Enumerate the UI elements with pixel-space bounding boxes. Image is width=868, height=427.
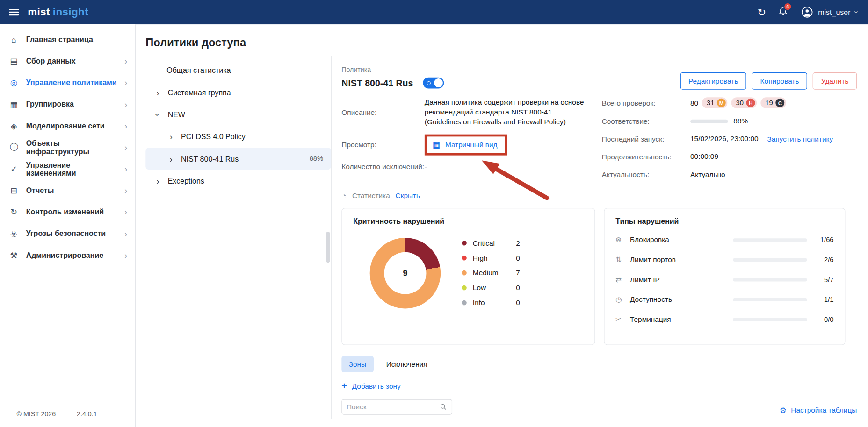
sidebar-item-change-management[interactable]: ✓ Управление изменениями › — [0, 158, 135, 180]
hamburger-menu-icon[interactable] — [9, 9, 19, 15]
legend-value: 0 — [516, 254, 520, 263]
sidebar-item-label: Сбор данных — [26, 57, 117, 65]
legend-value: 0 — [516, 299, 520, 307]
notification-badge: 4 — [783, 2, 792, 11]
critical-dot-icon — [462, 241, 467, 246]
chevron-right-icon: › — [124, 186, 127, 195]
medium-dot-icon — [462, 270, 467, 276]
exceptions-count-row: Количество исключений: - — [341, 162, 592, 172]
delete-button[interactable]: Удалить — [813, 72, 857, 90]
type-value: 5/7 — [815, 276, 833, 284]
sidebar-item-grouping[interactable]: ▦ Группировка › — [0, 93, 135, 115]
chevron-right-icon[interactable]: › — [168, 132, 174, 141]
search-input[interactable] — [347, 403, 440, 411]
details-header: Политика NIST 800-41 Rus Редактировать К… — [341, 66, 857, 90]
sidebar-item-label: Главная страница — [26, 36, 120, 44]
add-zone-label: Добавить зону — [352, 382, 401, 391]
chevron-right-icon: › — [124, 250, 127, 260]
app: mist insight ↻ 4 mist_user › ⌂ — [0, 0, 868, 427]
type-value: 0/0 — [815, 316, 833, 324]
app-logo[interactable]: mist insight — [28, 6, 88, 18]
high-badge: 30 H — [731, 97, 757, 108]
legend-item-medium: Medium 7 — [462, 269, 520, 278]
type-bar — [733, 258, 807, 261]
high-count: 30 — [736, 99, 744, 107]
search-box[interactable] — [341, 399, 452, 414]
critical-severity-icon: C — [776, 99, 785, 107]
type-label: Лимит портов — [630, 256, 733, 264]
tree-item-overall-stats[interactable]: Общая статистика — [145, 59, 331, 81]
table-settings-label: Настройка таблицы — [791, 406, 857, 414]
low-dot-icon — [462, 285, 467, 291]
tree-scrollbar[interactable] — [326, 232, 330, 263]
sidebar-item-data-collection[interactable]: ▤ Сбор данных › — [0, 50, 135, 72]
legend-value: 7 — [516, 269, 520, 278]
duration-label: Продолжительность: — [602, 153, 690, 161]
edit-button[interactable]: Редактировать — [680, 72, 746, 90]
ip-limit-icon: ⇄ — [615, 276, 630, 284]
hide-statistics-link[interactable]: Скрыть — [396, 191, 420, 199]
type-value: 1/66 — [815, 236, 833, 244]
tree-item-nist-policy[interactable]: › NIST 800-41 Rus 88% — [145, 148, 331, 170]
table-settings-button[interactable]: ⚙ Настройка таблицы — [780, 406, 857, 415]
checkmark-icon: ✓ — [9, 164, 19, 174]
legend-item-critical: Critical 2 — [462, 239, 520, 248]
statistics-row: ◔ Статистика Скрыть — [341, 191, 857, 200]
type-row-termination: ✂ Терминация 0/0 — [615, 310, 833, 330]
compliance-value: 88% — [733, 116, 748, 127]
sidebar-item-label: Объекты инфраструктуры — [26, 139, 117, 156]
sidebar-item-reports[interactable]: ⊟ Отчеты › — [0, 180, 135, 201]
legend-label: High — [473, 254, 507, 263]
tab-zones[interactable]: Зоны — [341, 356, 373, 372]
chevron-right-icon[interactable]: › — [154, 88, 161, 97]
sidebar-item-label: Администрирование — [26, 251, 117, 259]
sidebar-item-change-control[interactable]: ↻ Контроль изменений › — [0, 201, 135, 223]
criticality-legend: Critical 2 High 0 — [462, 239, 520, 307]
tree-item-label: PCI DSS 4.0 Policy — [181, 132, 246, 141]
type-label: Лимит IP — [630, 276, 733, 284]
add-zone-button[interactable]: + Добавить зону — [341, 381, 857, 392]
tab-exceptions[interactable]: Исключения — [379, 356, 434, 372]
sidebar-item-label: Отчеты — [26, 186, 117, 195]
user-menu[interactable]: mist_user › — [801, 6, 858, 18]
copy-button[interactable]: Копировать — [752, 72, 807, 90]
legend-value: 2 — [516, 239, 520, 248]
network-icon: ◈ — [9, 121, 19, 131]
tree-item-new-group[interactable]: › NEW — [145, 103, 331, 125]
chevron-right-icon[interactable]: › — [154, 176, 161, 185]
policy-name-row: NIST 800-41 Rus — [341, 78, 444, 89]
legend-label: Low — [473, 284, 507, 292]
info-icon: ⓘ — [9, 142, 19, 152]
compliance-label: Соответствие: — [602, 117, 690, 125]
duration-value: 00:00:09 — [690, 152, 718, 162]
sidebar-item-policy-management[interactable]: ◎ Управление политиками › — [0, 72, 135, 93]
sidebar-item-security-threats[interactable]: ☣ Угрозы безопасности › — [0, 223, 135, 244]
matrix-view-link[interactable]: Матричный вид — [445, 141, 498, 149]
tree-item-pci-dss-policy[interactable]: › PCI DSS 4.0 Policy — — [145, 126, 331, 148]
relevance-value: Актуально — [690, 170, 725, 180]
chevron-right-icon[interactable]: › — [168, 154, 174, 164]
chevron-down-icon[interactable]: › — [153, 111, 162, 118]
logo-mist: mist — [28, 6, 50, 18]
tree-item-system-group[interactable]: › Системная группа — [145, 81, 331, 103]
tree-item-value: — — [316, 133, 331, 141]
sidebar-item-infrastructure-objects[interactable]: ⓘ Объекты инфраструктуры › — [0, 136, 135, 158]
tree-item-exceptions[interactable]: › Exceptions — [145, 170, 331, 192]
sidebar-item-label: Управление изменениями — [26, 161, 117, 178]
sidebar-item-administration[interactable]: ⚒ Администрирование › — [0, 244, 135, 266]
notifications-bell-icon[interactable]: 4 — [778, 6, 788, 18]
type-bar — [733, 318, 807, 321]
policy-enabled-toggle[interactable] — [423, 78, 444, 89]
legend-label: Critical — [473, 239, 507, 248]
sidebar-item-home[interactable]: ⌂ Главная страница — [0, 29, 135, 50]
chevron-right-icon: › — [124, 164, 127, 174]
violation-type-rows: ⊗ Блокировка 1/66 ⇅ Лимит портов 2/6 — [615, 230, 833, 329]
last-run-row: Последний запуск: 15/02/2026, 23:00:00 З… — [602, 134, 857, 144]
run-policy-link[interactable]: Запустить политику — [767, 135, 833, 143]
legend-label: Info — [473, 299, 507, 307]
sidebar-item-network-modeling[interactable]: ◈ Моделирование сети › — [0, 115, 135, 136]
termination-icon: ✂ — [615, 315, 630, 324]
sync-icon[interactable]: ↻ — [757, 6, 766, 18]
avatar-icon — [801, 6, 813, 18]
folder-icon: ▤ — [9, 56, 19, 66]
